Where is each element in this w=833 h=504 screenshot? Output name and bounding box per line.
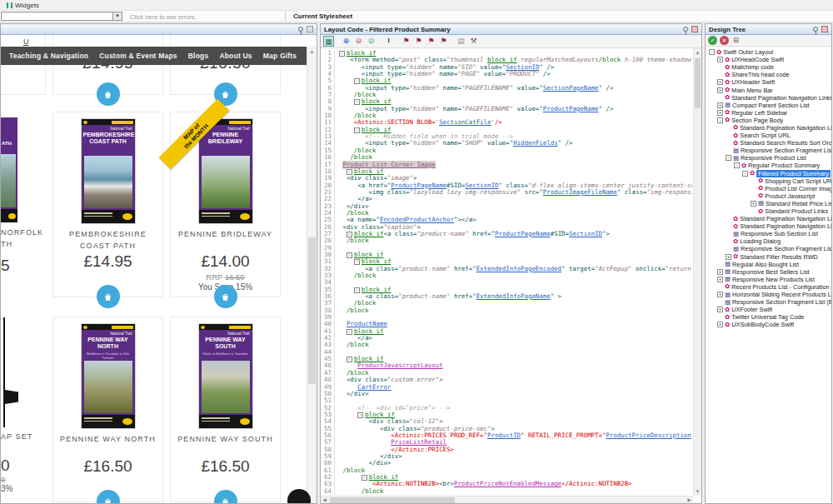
tree-item-label[interactable]: Product List Corner Image <box>765 185 831 192</box>
code-layout-link[interactable]: ProductJavascriptLayout <box>357 362 442 369</box>
product-cover-image[interactable]: National TrailPENNINE WAYNORTHMiddleton … <box>82 324 135 428</box>
product-cover-image[interactable]: National TrailPEMBROKESHIRECOAST PATH <box>82 119 135 223</box>
tree-item-label[interactable]: Swift Outer Layout <box>723 48 773 56</box>
bookmark-clear-icon[interactable]: ⚑ <box>438 36 449 47</box>
site-logo-link[interactable]: U <box>23 37 29 46</box>
tree-item[interactable]: ✿Loading Dialog <box>706 237 831 245</box>
product-cover-image[interactable]: National TrailPENNINEBRIDLEWAY <box>199 119 252 223</box>
expand-icon[interactable]: + <box>717 79 723 85</box>
code-variable-link[interactable]: ProductPageName <box>495 230 551 237</box>
see-errors-link[interactable]: Click here to see errors. <box>130 13 197 21</box>
tree-item[interactable]: ✿Twitter Universal Tag Code <box>706 313 831 321</box>
code-variable-link[interactable]: ProductPageName <box>543 105 599 112</box>
tree-item-label[interactable]: Recent Products List - Configuration Det… <box>731 283 831 291</box>
pin-icon[interactable] <box>813 27 818 32</box>
tree-item[interactable]: ✿Shopping Cart Script URL <box>706 177 831 185</box>
panel-close-icon[interactable] <box>821 26 828 32</box>
expand-icon[interactable]: + <box>717 110 723 116</box>
expand-icon[interactable]: + <box>717 277 723 282</box>
tree-item[interactable]: +▦Standard Retail Price List <box>706 200 831 207</box>
tree-item[interactable]: ▦Responsive Section Fragment List (Botto… <box>706 298 831 306</box>
tree-item-label[interactable]: Main Menu Bar <box>731 87 772 94</box>
scrollbar-thumb[interactable] <box>330 497 455 503</box>
clipped-product-name[interactable]: AP SET <box>1 432 34 441</box>
panel-close-icon[interactable] <box>691 26 698 32</box>
tree-item[interactable]: ✿Standard Pagination Navigation Links <box>706 215 831 222</box>
scrollbar-thumb[interactable] <box>308 237 316 384</box>
preview-scrollbar[interactable]: ▲ <box>307 47 317 503</box>
tree-item[interactable]: ✿Product Javascript <box>706 192 831 200</box>
tree-item-label[interactable]: Search Script URL <box>740 132 790 139</box>
tree-item-label[interactable]: Regular Left Sidebar <box>731 109 787 117</box>
tree-item-label[interactable]: Standard Pagination Navigation Links Tem… <box>740 124 831 132</box>
expand-icon[interactable]: + <box>751 201 756 207</box>
product-name-link[interactable]: PENNINE WAY SOUTH <box>176 434 275 446</box>
tree-item[interactable]: -✿Regular Product Summary <box>706 162 831 169</box>
tree-item-label[interactable]: Responsive Product List <box>741 154 806 162</box>
apply-icon[interactable]: ✓ <box>708 36 717 45</box>
tree-item[interactable]: -✿Swift Outer Layout <box>706 48 831 56</box>
chevron-down-icon[interactable]: ▼ <box>112 12 122 20</box>
expand-icon[interactable]: + <box>717 292 723 297</box>
cancel-icon[interactable]: ✕ <box>720 36 729 45</box>
code-editor[interactable]: 1-block if2 <form method="post" class="t… <box>321 48 701 503</box>
collapse-icon[interactable]: - <box>709 49 715 55</box>
code-variable-link[interactable]: SectionID <box>569 230 602 237</box>
tree-item[interactable]: ✿Standard Pagination Navigation Links Te… <box>706 124 831 132</box>
collapse-icon[interactable]: - <box>726 155 731 161</box>
scroll-left-icon[interactable]: ◀ <box>321 497 328 504</box>
tree-item[interactable]: ✿Standard Pagination Navigation Links <box>706 222 831 230</box>
code-variable-link[interactable]: HiddenFields <box>513 139 557 147</box>
code-variable-link[interactable]: ExtendedInfoPageName <box>476 292 551 300</box>
clipped-product-name[interactable]: TH <box>1 240 12 248</box>
add-to-basket-button[interactable] <box>214 285 237 308</box>
nav-item[interactable]: Custom & Event Maps <box>99 52 177 60</box>
bookmark-toggle-icon[interactable]: ⚑ <box>401 36 412 47</box>
expand-icon[interactable]: + <box>717 102 723 108</box>
widgets-tab[interactable]: Widgets <box>2 1 43 10</box>
tree-item-label[interactable]: Responsive Section Fragment List <box>741 245 831 252</box>
product-name-link[interactable]: PENNINE BRIDLEWAY <box>176 229 275 241</box>
tree-item-label[interactable]: Regular Also Bought List <box>732 261 799 268</box>
tree-item[interactable]: ▦Responsive Section Fragment List (Top) … <box>706 147 831 154</box>
tree-item-label[interactable]: Compact Parent Section List <box>732 102 809 109</box>
tree-item-label[interactable]: Regular Product Summary <box>748 162 820 169</box>
tree-item-label[interactable]: ShareThis head code <box>731 71 789 78</box>
scrollbar-thumb[interactable] <box>695 58 701 108</box>
tree-item-label[interactable]: Filtered Product Summary <box>756 170 831 177</box>
tree-item[interactable]: -▦Responsive Product List <box>706 154 831 162</box>
error-dropdown[interactable]: ▼ <box>1 12 122 21</box>
print-icon[interactable]: ▤ <box>456 36 466 47</box>
code-variable-link[interactable]: SectionCatFile <box>439 118 491 126</box>
product-cover-image[interactable]: National TrailPENNINE WAYSOUTHEdale to M… <box>199 324 252 428</box>
tree-item-label[interactable]: Standard Filter Results RWD <box>740 253 818 261</box>
expand-icon[interactable]: + <box>726 254 731 260</box>
code-variable-link[interactable]: ProductPriceDescription <box>606 432 691 439</box>
add-to-basket-button[interactable] <box>97 82 120 106</box>
tree-item[interactable]: ✿Mailchimp code <box>706 63 831 71</box>
pin-icon[interactable] <box>683 27 688 32</box>
scroll-right-icon[interactable]: ▶ <box>686 497 693 504</box>
pin-icon[interactable] <box>298 27 303 32</box>
tree-item-label[interactable]: Responsive New Products List <box>732 276 815 283</box>
tree-item[interactable]: ✿Recent Products List - Configuration De… <box>706 283 831 291</box>
zoom-in-icon[interactable]: ⊕ <box>341 36 352 47</box>
tree-item-label[interactable]: UXHeader Swift <box>731 78 775 86</box>
tree-item[interactable]: ▦Responsive Section Fragment List <box>706 245 831 252</box>
insert-variable-icon[interactable]: I <box>383 36 394 47</box>
code-variable-link[interactable]: ProductImageFileName <box>543 188 617 196</box>
tree-item[interactable]: +✿UXHeadCode Swift <box>706 56 831 63</box>
blocks-view-icon[interactable]: ▦ <box>323 36 334 47</box>
tree-item-label[interactable]: UXFooter Swift <box>731 306 772 313</box>
collapse-icon[interactable]: - <box>717 117 723 123</box>
tools-icon[interactable]: ⚒ <box>468 36 479 47</box>
code-layout-link[interactable]: ProductPriceNotEnabledMessage <box>454 480 561 487</box>
nav-item[interactable]: Map Gifts <box>263 52 297 60</box>
clipped-product-cover[interactable]: ATH <box>1 117 17 222</box>
expand-icon[interactable]: + <box>717 269 723 275</box>
code-variable-link[interactable]: ExtendedInfoPageEncoded <box>476 265 561 272</box>
tree-item-label[interactable]: Standard Pagination Navigation Links <box>740 215 831 222</box>
tree-item-label[interactable]: Section Page Body <box>731 117 783 124</box>
scroll-up-icon[interactable]: ▲ <box>694 48 701 57</box>
tree-item-label[interactable]: UXSubBodyCode Swift <box>731 321 794 328</box>
